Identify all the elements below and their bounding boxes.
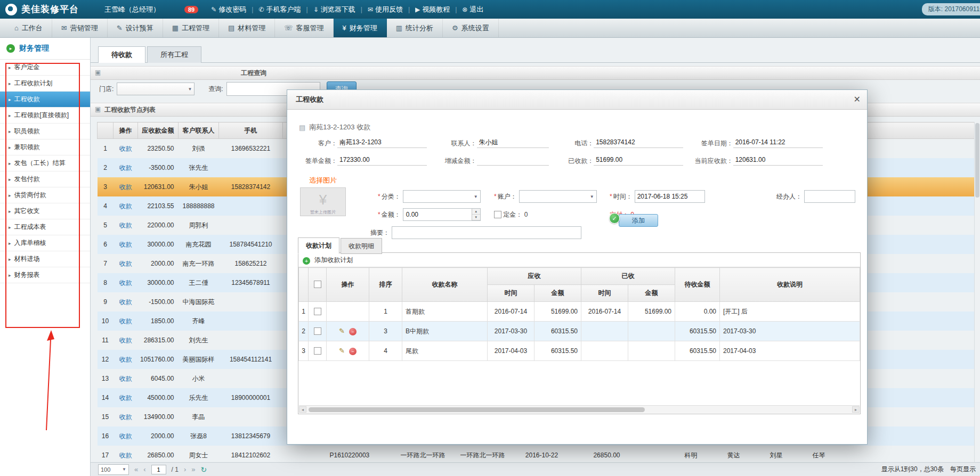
- sidebar-item[interactable]: ▸职员领款: [0, 124, 90, 139]
- content-tab[interactable]: 待收款: [98, 46, 145, 63]
- collect-payment-link[interactable]: 收款: [119, 260, 132, 267]
- nav-tab-material[interactable]: ▤材料管理: [219, 19, 275, 37]
- select-all-checkbox[interactable]: [314, 281, 321, 288]
- delete-icon[interactable]: －: [349, 328, 357, 335]
- collect-payment-link[interactable]: 收款: [119, 375, 132, 382]
- modal-tab[interactable]: 收款明细: [341, 238, 382, 254]
- deposit-label: 定金：: [503, 210, 522, 219]
- collect-payment-link[interactable]: 收款: [119, 432, 132, 440]
- collect-payment-link[interactable]: 收款: [119, 317, 132, 325]
- account-select[interactable]: ▼: [519, 190, 597, 203]
- plus-icon[interactable]: +: [303, 257, 310, 265]
- nav-tab-workbench[interactable]: ⌂工作台: [5, 19, 52, 37]
- add-plan-link[interactable]: 添加收款计划: [314, 256, 353, 264]
- sidebar-item[interactable]: ▸入库单稽核: [0, 235, 90, 251]
- nav-tab-engineering[interactable]: ▦工程管理: [163, 19, 219, 37]
- scrollbar-thumb[interactable]: [975, 123, 979, 198]
- spin-up-icon[interactable]: ▲: [472, 209, 480, 215]
- info-field: 已收款：51699.00: [555, 155, 695, 166]
- prev-page-icon[interactable]: ‹: [143, 465, 145, 473]
- info-field: 签单日期：2016-07-14 11:22: [695, 137, 856, 148]
- sidebar-item[interactable]: ▸工程成本表: [0, 219, 90, 235]
- row-checkbox[interactable]: [314, 308, 321, 315]
- collect-payment-link[interactable]: 收款: [119, 183, 132, 191]
- close-icon[interactable]: ✕: [854, 90, 861, 109]
- first-page-icon[interactable]: «: [134, 465, 138, 473]
- sidebar-item[interactable]: ▸材料进场: [0, 251, 90, 267]
- deposit-checkbox[interactable]: [494, 211, 501, 218]
- sidebar-item[interactable]: ▸工程领款[直接领款]: [0, 108, 90, 124]
- sidebar-item[interactable]: ▸客户定金: [0, 60, 90, 76]
- topbar-menu-item[interactable]: ▶视频教程: [410, 5, 455, 14]
- collect-payment-link[interactable]: 收款: [119, 452, 132, 459]
- spin-down-icon[interactable]: ▼: [472, 215, 480, 220]
- last-page-icon[interactable]: »: [191, 465, 195, 473]
- store-select[interactable]: ▼: [117, 83, 195, 95]
- collect-payment-link[interactable]: 收款: [119, 394, 132, 401]
- sidebar-item[interactable]: ▸工程收款: [0, 92, 90, 108]
- summary-input[interactable]: [392, 226, 581, 239]
- contact-name: 刘先生: [179, 331, 219, 350]
- nav-tab-design[interactable]: ✎设计预算: [108, 19, 163, 37]
- sidebar-item[interactable]: ▸发包（工长）结算: [0, 155, 90, 171]
- topbar-menu-item[interactable]: ⇓浏览器下载: [308, 5, 361, 14]
- topbar-menu-item[interactable]: ⊗退出: [457, 5, 489, 14]
- time-input[interactable]: 2017-06-18 15:25: [635, 190, 705, 203]
- user-name[interactable]: 王雪峰（总经理）: [104, 5, 160, 14]
- collect-payment-link[interactable]: 收款: [119, 413, 132, 421]
- topbar-menu-item[interactable]: ✉使用反馈: [362, 5, 408, 14]
- collect-payment-link[interactable]: 收款: [119, 298, 132, 306]
- page-input[interactable]: [151, 465, 166, 474]
- row-checkbox[interactable]: [314, 327, 321, 335]
- caret-down-icon: ▼: [590, 194, 594, 199]
- scroll-left-icon[interactable]: ◂: [299, 406, 306, 413]
- content-tab[interactable]: 所有工程: [147, 46, 201, 63]
- horizontal-scrollbar[interactable]: ◂ ▸: [299, 405, 860, 413]
- nav-tab-stats[interactable]: ▥统计分析: [387, 19, 443, 37]
- page-size-select[interactable]: 100 ▼: [98, 464, 129, 475]
- sidebar-item[interactable]: ▸供货商付款: [0, 187, 90, 203]
- nav-tab-label: 统计分析: [406, 23, 433, 33]
- row-checkbox[interactable]: [314, 347, 321, 355]
- topbar-menu-item[interactable]: ✎修改密码: [206, 5, 252, 14]
- vertical-scrollbar[interactable]: [974, 122, 980, 462]
- sidebar-item[interactable]: ▸其它收支: [0, 203, 90, 219]
- topbar-menu-item[interactable]: ✆手机客户端: [253, 5, 306, 14]
- refresh-icon[interactable]: ↻: [201, 465, 207, 474]
- delete-icon[interactable]: －: [349, 348, 357, 355]
- next-page-icon[interactable]: ›: [184, 465, 186, 473]
- modal-tab[interactable]: 收款计划: [298, 237, 339, 254]
- deposit-field: 定金： 0: [494, 208, 528, 221]
- modal-tabs: 收款计划收款明细: [298, 237, 383, 253]
- notification-badge[interactable]: 89: [184, 6, 198, 13]
- nav-tab-finance[interactable]: ¥财务管理: [334, 19, 387, 37]
- collect-payment-link[interactable]: 收款: [119, 164, 132, 171]
- collect-payment-link[interactable]: 收款: [119, 202, 132, 210]
- collect-payment-link[interactable]: 收款: [119, 145, 132, 152]
- sidebar-item[interactable]: ▸兼职领款: [0, 139, 90, 155]
- scroll-right-icon[interactable]: ▸: [852, 406, 860, 413]
- nav-tab-settings[interactable]: ⚙系统设置: [443, 19, 499, 37]
- agent-input[interactable]: [804, 190, 855, 203]
- amount-input[interactable]: 0.00 ▲▼: [403, 208, 481, 221]
- sidebar-item[interactable]: ▸发包付款: [0, 171, 90, 187]
- nav-tab-marketing[interactable]: ✉营销管理: [52, 19, 108, 37]
- collect-payment-link[interactable]: 收款: [119, 241, 132, 248]
- row-number: 5: [98, 216, 114, 235]
- scrollbar-thumb[interactable]: [309, 407, 645, 412]
- edit-icon[interactable]: ✎: [339, 347, 345, 355]
- collect-payment-link[interactable]: 收款: [119, 337, 132, 344]
- plan-header-row-1: 操作 排序 收款名称 应收 已收 待收金额 收款说明: [299, 268, 860, 285]
- field-label: 签单日期：: [695, 139, 733, 148]
- collect-payment-link[interactable]: 收款: [119, 279, 132, 286]
- choose-image-link[interactable]: 选择图片: [300, 176, 346, 185]
- nav-tab-service[interactable]: ☏客服管理: [275, 19, 333, 37]
- collect-payment-link[interactable]: 收款: [119, 356, 132, 363]
- collect-payment-link[interactable]: 收款: [119, 221, 132, 229]
- op-cell: 收款: [114, 177, 138, 196]
- sidebar-item[interactable]: ▸财务报表: [0, 267, 90, 283]
- sidebar-item[interactable]: ▸工程收款计划: [0, 76, 90, 92]
- edit-icon[interactable]: ✎: [339, 327, 345, 335]
- category-select[interactable]: ▼: [403, 190, 481, 203]
- add-payment-button[interactable]: 添加: [619, 214, 658, 227]
